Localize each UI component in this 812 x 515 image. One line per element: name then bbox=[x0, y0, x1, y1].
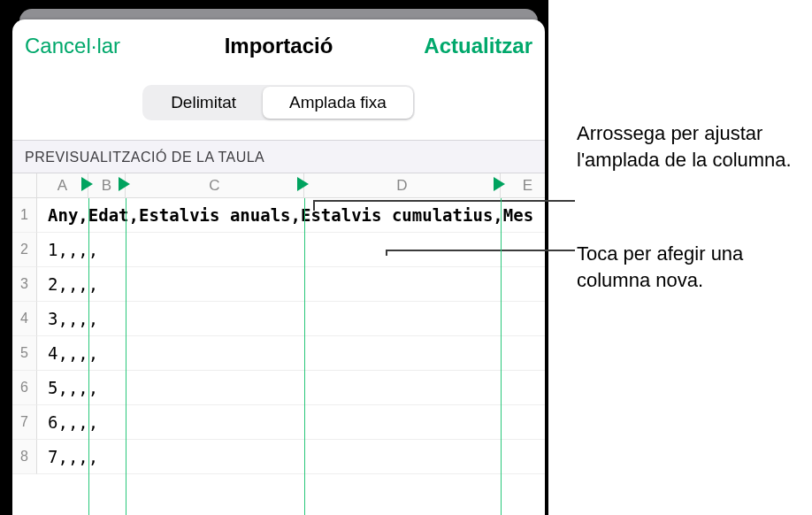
table-row: 3 2,,,, bbox=[12, 267, 545, 302]
row-number[interactable]: 2 bbox=[12, 233, 37, 267]
table-row: 7 6,,,, bbox=[12, 405, 545, 440]
navbar: Cancel·lar Importació Actualitzar bbox=[12, 19, 545, 73]
table-row: 1 Any,Edat,Estalvis anuals,Estalvis cumu… bbox=[12, 198, 545, 233]
table-row: 4 3,,,, bbox=[12, 302, 545, 336]
column-drag-handle-icon[interactable] bbox=[297, 177, 309, 191]
table-preview[interactable]: A B C D E 1 Any,Edat,Estalvis anuals,Est… bbox=[12, 173, 545, 515]
column-separator[interactable] bbox=[126, 198, 126, 515]
row-number[interactable]: 8 bbox=[12, 440, 37, 474]
row-number[interactable]: 7 bbox=[12, 405, 37, 440]
callout-add-column: Toca per afegir una columna nova. bbox=[577, 241, 807, 293]
table-row: 6 5,,,, bbox=[12, 371, 545, 405]
column-separator[interactable] bbox=[304, 198, 305, 515]
row-number[interactable]: 3 bbox=[12, 267, 37, 302]
callout-drag-width: Arrossega per ajustar l'amplada de la co… bbox=[577, 120, 807, 173]
table-preview-header: PREVISUALITZACIÓ DE LA TAULA bbox=[12, 140, 545, 173]
cancel-button[interactable]: Cancel·lar bbox=[25, 34, 120, 58]
row-content: 4,,,, bbox=[37, 336, 545, 371]
callout-leader-line bbox=[386, 250, 575, 251]
update-button[interactable]: Actualitzar bbox=[424, 34, 532, 58]
row-number[interactable]: 1 bbox=[12, 198, 37, 233]
callout-leader-line bbox=[386, 250, 387, 256]
row-number[interactable]: 5 bbox=[12, 336, 37, 371]
row-number[interactable]: 6 bbox=[12, 371, 37, 405]
row-content: 3,,,, bbox=[37, 302, 545, 336]
format-segmented-control: Delimitat Amplada fixa bbox=[142, 85, 415, 120]
callout-leader-line bbox=[313, 200, 315, 211]
segment-fixed-width[interactable]: Amplada fixa bbox=[263, 87, 413, 119]
sheet-title: Importació bbox=[225, 34, 333, 58]
table-row: 5 4,,,, bbox=[12, 336, 545, 371]
segment-delimited[interactable]: Delimitat bbox=[144, 87, 263, 119]
row-number[interactable]: 4 bbox=[12, 302, 37, 336]
column-header[interactable]: C bbox=[126, 173, 304, 198]
column-header[interactable]: D bbox=[304, 173, 501, 198]
column-separator[interactable] bbox=[88, 198, 89, 515]
table-row: 8 7,,,, bbox=[12, 440, 545, 474]
column-drag-handle-icon[interactable] bbox=[81, 177, 93, 191]
import-settings-sheet: Cancel·lar Importació Actualitzar Delimi… bbox=[12, 19, 545, 515]
row-content: 5,,,, bbox=[37, 371, 545, 405]
callout-leader-line bbox=[313, 200, 575, 202]
column-drag-handle-icon[interactable] bbox=[494, 177, 505, 191]
row-content: 7,,,, bbox=[37, 440, 545, 474]
row-content: 6,,,, bbox=[37, 405, 545, 440]
column-header[interactable]: E bbox=[501, 173, 545, 198]
column-drag-handle-icon[interactable] bbox=[119, 177, 130, 191]
row-content: Any,Edat,Estalvis anuals,Estalvis cumula… bbox=[37, 198, 545, 233]
row-content: 2,,,, bbox=[37, 267, 545, 302]
column-separator[interactable] bbox=[501, 198, 502, 515]
